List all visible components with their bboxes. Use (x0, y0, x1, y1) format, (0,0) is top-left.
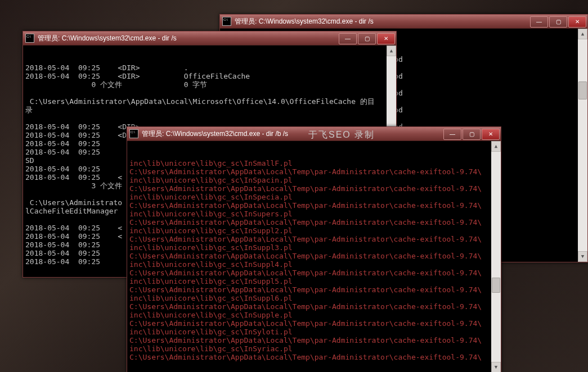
cmd-icon (129, 129, 138, 138)
scroll-down-icon[interactable]: ▼ (578, 251, 587, 262)
titlebar-3[interactable]: 管理员: C:\Windows\system32\cmd.exe - dir /… (220, 15, 587, 29)
console-line: inc\lib\unicore\lib\gc_sc\InSyriac.pl (129, 344, 499, 353)
console-line (25, 89, 394, 97)
console-line: inc\lib\unicore\lib\gc_sc\InSuppl4.pl (129, 260, 499, 269)
scrollbar[interactable]: ▲ ▼ (491, 141, 501, 372)
titlebar-2[interactable]: 管理员: C:\Windows\system32\cmd.exe - dir /… (127, 127, 501, 141)
console-line: C:\Users\Administrator\AppData\Local\Tem… (129, 252, 499, 260)
maximize-button[interactable]: ▢ (549, 16, 567, 28)
cmd-window-2[interactable]: 管理员: C:\Windows\system32\cmd.exe - dir /… (127, 126, 501, 372)
window-title: 管理员: C:\Windows\system32\cmd.exe - dir /… (142, 129, 288, 139)
console-line: C:\Users\Administrator\AppData\Local\Tem… (129, 336, 499, 344)
cmd-icon (25, 34, 34, 43)
window-title: 管理员: C:\Windows\system32\cmd.exe - dir /… (235, 17, 374, 26)
console-line: inc\lib\unicore\lib\gc_sc\InSpecia.pl (129, 193, 499, 201)
console-line: 录 (25, 106, 394, 114)
console-line: inc\lib\unicore\lib\gc_sc\InSupple.pl (129, 311, 499, 319)
minimize-button[interactable]: — (530, 16, 548, 28)
window-title: 管理员: C:\Windows\system32\cmd.exe - dir /… (38, 34, 177, 43)
console-output-2[interactable]: inc\lib\unicore\lib\gc_sc\InSmallF.plC:\… (127, 141, 501, 372)
console-line: C:\Users\Administrator\AppData\Local\Tem… (129, 302, 499, 311)
console-line: inc\lib\unicore\lib\gc_sc\InSmallF.pl (129, 159, 499, 167)
maximize-button[interactable]: ▢ (358, 33, 376, 44)
console-line: C:\Users\Administrator\AppData\Local\Tem… (129, 184, 499, 193)
console-line: inc\lib\unicore\lib\gc_sc\InSyloti.pl (129, 328, 499, 336)
scroll-down-icon[interactable]: ▼ (491, 362, 501, 372)
scroll-up-icon[interactable]: ▲ (387, 46, 396, 56)
scroll-up-icon[interactable]: ▲ (491, 141, 501, 152)
maximize-button[interactable]: ▢ (463, 129, 481, 140)
close-button[interactable]: ✕ (377, 33, 395, 44)
console-line: C:\Users\Administrator\AppData\Local\Tem… (129, 235, 499, 243)
scrollbar[interactable]: ▲ ▼ (578, 29, 587, 262)
console-line: C:\Users\Administrator\AppData\Local\Tem… (129, 269, 499, 277)
scroll-thumb[interactable] (578, 81, 587, 99)
console-line: inc\lib\unicore\lib\gc_sc\InSpacin.pl (129, 176, 499, 184)
scroll-thumb[interactable] (492, 278, 500, 293)
minimize-button[interactable]: — (443, 129, 461, 140)
cmd-icon (222, 17, 231, 26)
console-line: C:\Users\Administrator\AppData\Local\Mic… (25, 97, 394, 106)
minimize-button[interactable]: — (339, 33, 357, 44)
console-line: 2018-05-04 09:25 <DIR> OfficeFileCache (25, 72, 394, 80)
console-line: inc\lib\unicore\lib\gc_sc\InSupers.pl (129, 210, 499, 218)
close-button[interactable]: ✕ (482, 129, 500, 140)
console-line: 0 个文件 0 字节 (25, 80, 394, 89)
console-line (25, 114, 394, 123)
close-button[interactable]: ✕ (568, 16, 586, 28)
console-line: C:\Users\Administrator\AppData\Local\Tem… (129, 201, 499, 210)
console-line: C:\Users\Administrator\AppData\Local\Tem… (129, 167, 499, 176)
titlebar-1[interactable]: 管理员: C:\Windows\system32\cmd.exe - dir /… (23, 31, 396, 46)
console-line: inc\lib\unicore\lib\gc_sc\InSuppl5.pl (129, 277, 499, 285)
console-line: inc\lib\unicore\lib\gc_sc\InSuppl3.pl (129, 243, 499, 252)
console-line: C:\Users\Administrator\AppData\Local\Tem… (129, 285, 499, 294)
console-line: C:\Users\Administrator\AppData\Local\Tem… (129, 353, 499, 361)
console-line: inc\lib\unicore\lib\gc_sc\InSuppl6.pl (129, 294, 499, 302)
console-line: 2018-05-04 09:25 <DIR> . (25, 63, 394, 72)
console-line: inc\lib\unicore\lib\gc_sc\InSuppl2.pl (129, 226, 499, 235)
console-line: C:\Users\Administrator\AppData\Local\Tem… (129, 218, 499, 226)
console-line: C:\Users\Administrator\AppData\Local\Tem… (129, 319, 499, 328)
scroll-up-icon[interactable]: ▲ (578, 29, 587, 39)
